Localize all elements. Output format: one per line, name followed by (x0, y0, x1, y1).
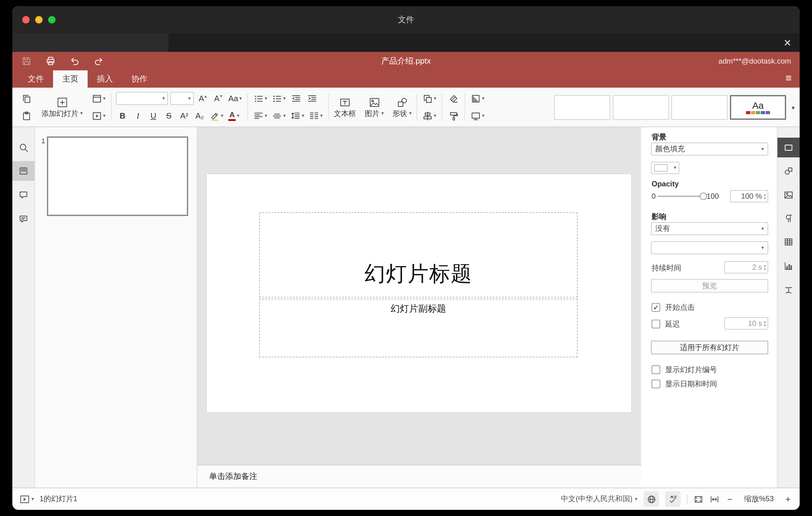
columns-button[interactable]: ▾ (308, 109, 324, 122)
minimize-traffic-light[interactable] (35, 16, 42, 24)
slide-settings-button[interactable] (778, 138, 800, 157)
theme-chip (766, 111, 770, 114)
close-traffic-light[interactable] (22, 16, 30, 24)
numbering-button[interactable]: ▾ (271, 92, 287, 105)
background-color-picker[interactable]: ▾ (651, 162, 679, 174)
theme-preview-2[interactable] (613, 95, 669, 120)
increase-indent-button[interactable] (306, 92, 319, 105)
chevron-down-icon: ▾ (265, 113, 267, 118)
background-fill-select[interactable]: 颜色填充 ▾ (651, 143, 768, 155)
toolbar-separator (442, 93, 442, 121)
align-shapes-button[interactable]: ▾ (422, 109, 437, 122)
increase-font-button[interactable]: A▴ (196, 92, 209, 105)
document-language-button[interactable] (643, 491, 659, 507)
copy-icon[interactable] (20, 92, 33, 105)
fit-to-width-button[interactable] (709, 494, 720, 504)
slide-subtitle-placeholder[interactable]: 幻灯片副标题 (259, 299, 578, 357)
subscript-button[interactable]: A₂ (193, 109, 206, 122)
effect-select[interactable]: 没有 ▾ (651, 222, 768, 235)
copy-style-button[interactable] (447, 109, 460, 122)
slides-panel-button[interactable] (12, 161, 34, 181)
opacity-slider-knob[interactable] (700, 193, 707, 200)
chat-button[interactable] (12, 209, 34, 229)
table-settings-button[interactable] (778, 232, 800, 252)
duration-input[interactable]: 2 s ▴▾ (724, 261, 768, 274)
start-on-click-checkbox[interactable]: ✓ (651, 303, 660, 312)
clear-style-button[interactable] (447, 92, 460, 105)
bold-button[interactable]: B (116, 109, 129, 122)
insert-image-button[interactable]: 图片▾ (360, 97, 388, 117)
strikethrough-button[interactable]: S (162, 109, 175, 122)
theme-preview-3[interactable] (671, 95, 727, 120)
fit-to-slide-button[interactable] (694, 494, 703, 504)
slide-size-button[interactable]: ▾ (469, 109, 486, 122)
arrange-shapes-button[interactable]: ▾ (422, 92, 437, 105)
slide-thumbnail[interactable] (47, 136, 188, 216)
superscript-button[interactable]: A² (178, 109, 191, 122)
image-settings-button[interactable] (778, 185, 800, 205)
vertical-align-button[interactable]: ▾ (271, 109, 287, 122)
opacity-min-label: 0 (651, 193, 656, 201)
zoom-level[interactable]: 缩放%53 (741, 494, 778, 504)
underline-button[interactable]: U (147, 109, 160, 122)
duration-label: 持续时间 (651, 264, 681, 272)
theme-preview-1[interactable] (554, 95, 610, 120)
italic-button[interactable]: I (132, 109, 144, 122)
slide-canvas[interactable]: 幻灯片标题 幻灯片副标题 (198, 127, 641, 465)
close-icon[interactable]: × (784, 33, 791, 52)
comments-button[interactable] (12, 185, 34, 205)
font-name-select[interactable]: ▾ (116, 92, 168, 105)
zoom-out-button[interactable]: − (726, 494, 734, 504)
tab-home[interactable]: 主页 (53, 70, 88, 88)
effect-type-select[interactable]: ▾ (651, 241, 768, 254)
paste-icon[interactable] (20, 109, 33, 122)
chevron-down-icon: ▾ (761, 147, 764, 151)
spinner-arrows[interactable]: ▴▾ (764, 193, 766, 200)
horizontal-align-button[interactable]: ▾ (252, 109, 268, 122)
paragraph-settings-button[interactable] (778, 209, 800, 228)
apply-to-all-button[interactable]: 适用于所有幻灯片 (651, 341, 768, 354)
tab-collaboration[interactable]: 协作 (122, 70, 157, 88)
chevron-down-icon: ▾ (320, 113, 323, 118)
slide[interactable]: 幻灯片标题 幻灯片副标题 (207, 174, 631, 412)
gallery-expand-icon[interactable]: ▾ (792, 104, 795, 111)
spinner-arrows[interactable]: ▴▾ (764, 263, 766, 271)
show-date-time-checkbox[interactable] (651, 380, 660, 388)
decrease-indent-button[interactable] (289, 92, 303, 105)
text-art-settings-button[interactable] (778, 280, 800, 300)
language-selector[interactable]: 中文(中华人民共和国) ▾ (561, 494, 637, 504)
insert-textbox-button[interactable]: 文本框 (329, 97, 360, 117)
shape-settings-button[interactable] (778, 161, 800, 181)
tab-insert[interactable]: 插入 (88, 70, 122, 88)
color-scheme-button[interactable]: ▾ (469, 92, 486, 105)
insert-shape-button[interactable]: 形状▾ (388, 97, 416, 117)
search-button[interactable] (12, 138, 34, 157)
opacity-slider[interactable] (658, 196, 703, 197)
zoom-in-button[interactable]: + (784, 494, 792, 504)
change-case-button[interactable]: Aa▾ (227, 92, 243, 105)
font-size-select[interactable]: ▾ (170, 92, 194, 105)
font-color-button[interactable]: A ▾ (227, 109, 241, 122)
decrease-font-button[interactable]: A▾ (212, 92, 225, 105)
start-slideshow-button[interactable]: ▾ (91, 109, 107, 122)
change-layout-button[interactable]: ▾ (91, 92, 107, 105)
highlight-color-button[interactable]: ▾ (208, 109, 225, 122)
opacity-input[interactable]: 100 % ▴▾ (730, 190, 768, 202)
maximize-traffic-light[interactable] (48, 16, 56, 24)
delay-checkbox[interactable] (651, 320, 660, 328)
spellcheck-button[interactable] (665, 491, 680, 507)
tab-file[interactable]: 文件 (19, 70, 53, 88)
start-slideshow-statusbar-button[interactable]: ▾ (20, 494, 34, 504)
notes-area[interactable]: 单击添加备注 (198, 465, 641, 488)
theme-preview-selected[interactable]: Aa (730, 95, 786, 120)
slide-title-placeholder[interactable]: 幻灯片标题 (259, 212, 578, 297)
hamburger-menu-icon[interactable]: ≡ (785, 70, 792, 88)
spinner-arrows[interactable]: ▴▾ (764, 320, 766, 327)
show-slide-number-checkbox[interactable] (651, 365, 660, 374)
bullets-button[interactable]: ▾ (252, 92, 268, 105)
preview-button[interactable]: 预览 (651, 279, 768, 292)
add-slide-button[interactable]: 添加幻灯片▾ (37, 97, 87, 117)
chart-settings-button[interactable] (778, 256, 800, 276)
delay-input[interactable]: 10 s ▴▾ (724, 317, 768, 329)
line-spacing-button[interactable]: ▾ (289, 109, 306, 122)
